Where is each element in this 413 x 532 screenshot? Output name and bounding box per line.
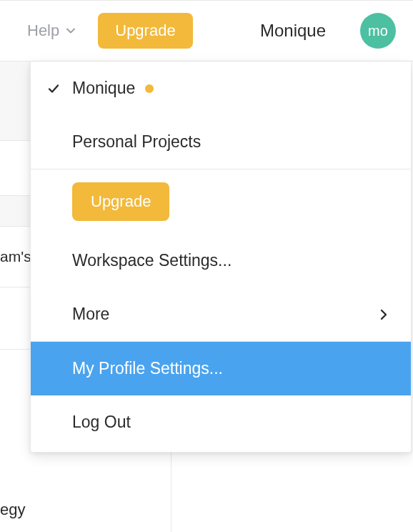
menu-workspace-label: Monique	[72, 79, 135, 98]
menu-item-profile-settings[interactable]: My Profile Settings...	[31, 342, 411, 395]
user-dropdown-menu: Monique Personal Projects Upgrade Worksp…	[30, 61, 412, 453]
top-bar: Help Upgrade Monique mo	[0, 0, 413, 61]
menu-item-logout[interactable]: Log Out	[31, 395, 411, 449]
menu-upgrade-row: Upgrade	[31, 169, 411, 234]
upgrade-button-label: Upgrade	[115, 21, 175, 39]
username-label[interactable]: Monique	[260, 21, 326, 41]
menu-upgrade-label: Upgrade	[91, 192, 151, 210]
menu-upgrade-button[interactable]: Upgrade	[72, 182, 169, 221]
menu-item-workspace-settings[interactable]: Workspace Settings...	[31, 234, 411, 287]
background-rows: am's	[0, 61, 32, 287]
check-icon	[46, 82, 61, 96]
menu-item-more[interactable]: More	[31, 287, 411, 341]
chevron-right-icon	[377, 307, 391, 322]
help-label: Help	[27, 21, 59, 40]
background-partial-text-2: egy	[0, 501, 25, 519]
chevron-down-icon	[65, 25, 76, 36]
avatar-initials: mo	[368, 23, 388, 39]
menu-personal-projects-label: Personal Projects	[72, 132, 201, 152]
background-partial-text: am's	[0, 227, 32, 287]
menu-more-label: More	[72, 305, 109, 324]
avatar[interactable]: mo	[360, 13, 396, 49]
upgrade-button[interactable]: Upgrade	[98, 13, 192, 49]
menu-item-personal-projects[interactable]: Personal Projects	[31, 115, 411, 169]
menu-profile-settings-label: My Profile Settings...	[72, 359, 223, 378]
menu-item-workspace[interactable]: Monique	[31, 61, 411, 115]
menu-workspace-settings-label: Workspace Settings...	[72, 251, 232, 270]
menu-logout-label: Log Out	[72, 413, 131, 432]
status-dot-icon	[145, 84, 154, 93]
help-menu[interactable]: Help	[27, 21, 76, 40]
